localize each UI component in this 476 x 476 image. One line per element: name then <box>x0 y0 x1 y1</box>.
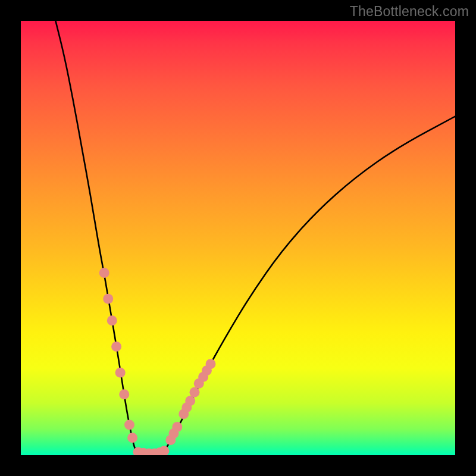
chart-stage: TheBottleneck.com <box>0 0 476 476</box>
watermark-label: TheBottleneck.com <box>350 4 469 20</box>
data-dot <box>115 368 126 378</box>
data-dot <box>107 315 117 325</box>
data-dot <box>111 342 121 352</box>
data-dot <box>172 422 182 432</box>
bottleneck-curve <box>55 21 455 454</box>
data-dots <box>99 268 216 455</box>
data-dot <box>103 294 113 304</box>
data-dot <box>99 268 109 278</box>
chart-overlay <box>21 21 455 455</box>
data-dot <box>127 433 137 443</box>
data-dot <box>185 396 195 406</box>
data-dot <box>159 446 169 455</box>
data-dot <box>206 359 216 369</box>
data-dot <box>119 389 129 399</box>
data-dot <box>124 419 134 430</box>
data-dot <box>190 387 200 397</box>
